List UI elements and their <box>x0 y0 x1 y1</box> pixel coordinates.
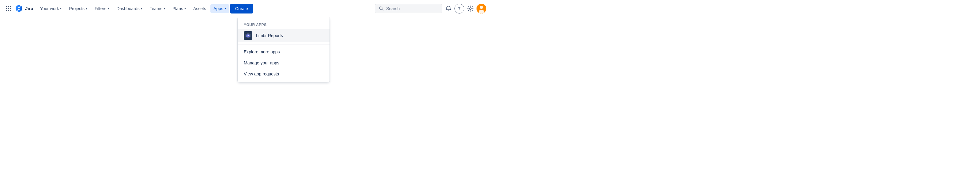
chevron-down-icon: ▾ <box>164 7 165 10</box>
nav-item-assets-label: Assets <box>193 6 206 11</box>
svg-point-13 <box>480 6 483 9</box>
manage-your-apps-label: Manage your apps <box>244 61 279 65</box>
view-app-requests-link[interactable]: View app requests <box>238 69 329 79</box>
chevron-down-icon: ▾ <box>86 7 87 10</box>
nav-item-dashboards[interactable]: Dashboards ▾ <box>113 4 145 13</box>
nav-item-assets[interactable]: Assets <box>190 4 209 13</box>
limbr-reports-item[interactable]: Limbr Reports <box>238 29 329 42</box>
nav-item-filters[interactable]: Filters ▾ <box>92 4 112 13</box>
jira-logo[interactable]: Jira <box>15 4 33 13</box>
chevron-down-icon: ▾ <box>108 7 109 10</box>
grid-icon <box>6 6 11 11</box>
chevron-down-icon: ▾ <box>185 7 186 10</box>
help-icon: ? <box>458 6 461 11</box>
nav-item-projects-label: Projects <box>69 6 84 11</box>
dropdown-divider <box>238 44 329 45</box>
user-avatar[interactable] <box>477 4 486 13</box>
svg-rect-3 <box>6 8 7 9</box>
nav-item-apps-label: Apps <box>213 6 223 11</box>
create-button[interactable]: Create <box>230 4 253 13</box>
apps-dropdown: Your apps Limbr Reports Explore more app… <box>238 17 329 82</box>
svg-rect-6 <box>6 10 7 11</box>
bell-icon <box>445 5 452 12</box>
shield-hexagon-icon <box>245 33 251 38</box>
nav-item-teams-label: Teams <box>150 6 162 11</box>
nav-left: Jira Your work ▾ Projects ▾ Filters ▾ Da… <box>4 4 375 13</box>
svg-rect-5 <box>10 8 11 9</box>
nav-right: Search ? <box>375 4 486 13</box>
limbr-reports-icon <box>244 31 252 40</box>
help-button[interactable]: ? <box>455 4 464 13</box>
svg-point-14 <box>479 10 484 13</box>
limbr-reports-label: Limbr Reports <box>256 33 283 38</box>
notifications-button[interactable] <box>444 4 453 13</box>
settings-icon <box>467 5 474 12</box>
chevron-down-icon: ▾ <box>60 7 62 10</box>
nav-item-dashboards-label: Dashboards <box>116 6 140 11</box>
svg-rect-2 <box>10 6 11 7</box>
chevron-down-icon: ▾ <box>141 7 142 10</box>
svg-rect-8 <box>10 10 11 11</box>
chevron-down-icon: ▾ <box>224 7 226 10</box>
svg-rect-7 <box>8 10 9 11</box>
logo-text: Jira <box>25 6 33 11</box>
nav-item-apps[interactable]: Apps ▾ <box>210 4 229 13</box>
nav-item-teams[interactable]: Teams ▾ <box>147 4 168 13</box>
svg-rect-0 <box>6 6 7 7</box>
view-app-requests-label: View app requests <box>244 72 279 76</box>
search-box[interactable]: Search <box>375 4 442 13</box>
svg-rect-4 <box>8 8 9 9</box>
svg-rect-1 <box>8 6 9 7</box>
search-icon <box>379 6 384 11</box>
manage-your-apps-link[interactable]: Manage your apps <box>238 58 329 69</box>
apps-section-label: Your apps <box>238 20 329 29</box>
nav-item-your-work[interactable]: Your work ▾ <box>37 4 65 13</box>
jira-logo-icon <box>15 4 23 13</box>
nav-item-plans[interactable]: Plans ▾ <box>169 4 189 13</box>
nav-item-plans-label: Plans <box>172 6 183 11</box>
explore-more-apps-label: Explore more apps <box>244 50 280 54</box>
nav-item-filters-label: Filters <box>95 6 106 11</box>
grid-icon-button[interactable] <box>4 4 13 13</box>
navbar: Jira Your work ▾ Projects ▾ Filters ▾ Da… <box>0 0 490 17</box>
avatar-image <box>477 4 486 13</box>
search-placeholder: Search <box>386 6 400 11</box>
svg-line-10 <box>382 9 383 10</box>
settings-button[interactable] <box>466 4 475 13</box>
svg-point-11 <box>469 8 471 10</box>
explore-more-apps-link[interactable]: Explore more apps <box>238 46 329 58</box>
nav-item-projects[interactable]: Projects ▾ <box>66 4 90 13</box>
nav-item-your-work-label: Your work <box>40 6 59 11</box>
